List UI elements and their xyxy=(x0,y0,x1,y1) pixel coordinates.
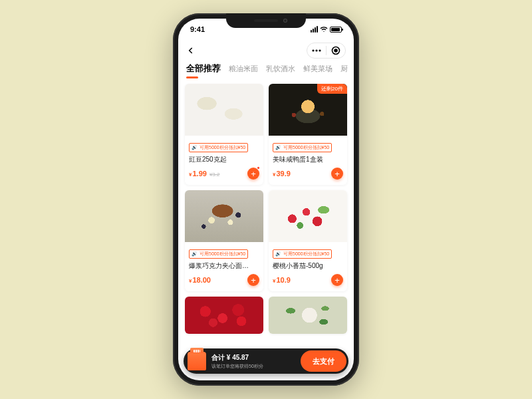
product-card[interactable]: 🔊可用5000积分抵扣¥50 爆浆巧克力夹心面… ¥18.00 + xyxy=(185,190,263,291)
pay-button[interactable]: 去支付 xyxy=(301,350,346,372)
phone-frame: 9:41 全部推荐 粮油米面 xyxy=(173,13,359,386)
battery-icon xyxy=(330,27,342,33)
speaker-icon: 🔊 xyxy=(275,145,281,150)
cart-icon[interactable] xyxy=(188,352,206,370)
product-card[interactable]: 🔊可用5000积分抵扣¥50 豇豆250克起 ¥1.99¥3.2 + xyxy=(185,84,263,185)
tab-drinks[interactable]: 乳饮酒水 xyxy=(266,64,295,74)
product-image xyxy=(269,190,347,242)
badge-dot xyxy=(257,166,260,170)
total-amount: 45.87 xyxy=(232,354,249,361)
svg-point-1 xyxy=(315,49,317,51)
product-card[interactable] xyxy=(269,297,347,334)
category-tabs[interactable]: 全部推荐 粮油米面 乳饮酒水 鲜美菜场 厨 ☰ xyxy=(178,63,354,80)
product-image xyxy=(269,297,347,334)
product-price: ¥1.99¥3.2 xyxy=(189,170,219,178)
svg-point-0 xyxy=(312,49,314,51)
svg-point-4 xyxy=(334,49,337,52)
tab-fresh-veg[interactable]: 鲜美菜场 xyxy=(303,64,332,74)
old-price: ¥3.2 xyxy=(209,172,220,178)
capsule-more-button[interactable] xyxy=(307,49,326,52)
product-card[interactable] xyxy=(185,297,263,334)
tab-grain-oil[interactable]: 粮油米面 xyxy=(229,64,258,74)
status-indicators xyxy=(311,26,342,33)
add-to-cart-button[interactable]: + xyxy=(331,274,343,286)
app-screen: 9:41 全部推荐 粮油米面 xyxy=(178,19,354,380)
product-title: 樱桃小番茄-500g xyxy=(273,261,343,271)
product-title: 豇豆250克起 xyxy=(189,155,259,164)
phone-notch xyxy=(226,13,306,28)
add-to-cart-button[interactable]: + xyxy=(247,274,259,286)
checkout-totals: 合计 ¥ 45.87 该笔订单您将获得50积分 xyxy=(206,353,301,370)
miniapp-capsule xyxy=(307,43,346,59)
product-card[interactable]: 还剩20件 🔊可用5000积分抵扣¥50 美味咸鸭蛋1盒装 ¥39.9 + xyxy=(269,84,347,185)
product-image xyxy=(185,190,263,242)
points-note: 该笔订单您将获得50积分 xyxy=(211,363,295,370)
product-price: ¥10.9 xyxy=(273,276,291,284)
product-card[interactable]: 🔊可用5000积分抵扣¥50 樱桃小番茄-500g ¥10.9 + xyxy=(269,190,347,291)
speaker-icon: 🔊 xyxy=(275,251,281,257)
add-to-cart-button[interactable]: + xyxy=(331,168,343,180)
product-price: ¥18.00 xyxy=(189,276,211,284)
signal-icon xyxy=(311,26,318,33)
product-title: 爆浆巧克力夹心面… xyxy=(189,261,259,271)
promo-tag: 🔊可用5000积分抵扣¥50 xyxy=(189,143,248,152)
capsule-close-button[interactable] xyxy=(327,46,345,55)
checkout-bar: 合计 ¥ 45.87 该笔订单您将获得50积分 去支付 xyxy=(184,348,348,374)
product-image xyxy=(185,297,263,334)
status-time: 9:41 xyxy=(190,25,205,33)
tab-all-recommend[interactable]: 全部推荐 xyxy=(186,63,221,74)
product-image xyxy=(185,84,263,136)
product-grid[interactable]: 🔊可用5000积分抵扣¥50 豇豆250克起 ¥1.99¥3.2 + 还剩20件… xyxy=(178,80,354,367)
stock-badge: 还剩20件 xyxy=(317,84,347,94)
total-label: 合计 xyxy=(211,354,225,361)
speaker-icon: 🔊 xyxy=(192,145,198,150)
back-button[interactable] xyxy=(186,46,196,55)
promo-tag: 🔊可用5000积分抵扣¥50 xyxy=(189,249,248,259)
promo-tag: 🔊可用5000积分抵扣¥50 xyxy=(273,249,332,259)
product-title: 美味咸鸭蛋1盒装 xyxy=(273,155,343,164)
add-to-cart-button[interactable]: + xyxy=(247,168,259,180)
wifi-icon xyxy=(320,27,328,33)
svg-point-2 xyxy=(319,49,321,51)
nav-bar xyxy=(178,40,354,63)
product-price: ¥39.9 xyxy=(273,170,291,178)
tab-kitchen[interactable]: 厨 xyxy=(340,64,348,74)
product-image: 还剩20件 xyxy=(269,84,347,136)
promo-tag: 🔊可用5000积分抵扣¥50 xyxy=(273,143,332,152)
speaker-icon: 🔊 xyxy=(192,251,198,257)
